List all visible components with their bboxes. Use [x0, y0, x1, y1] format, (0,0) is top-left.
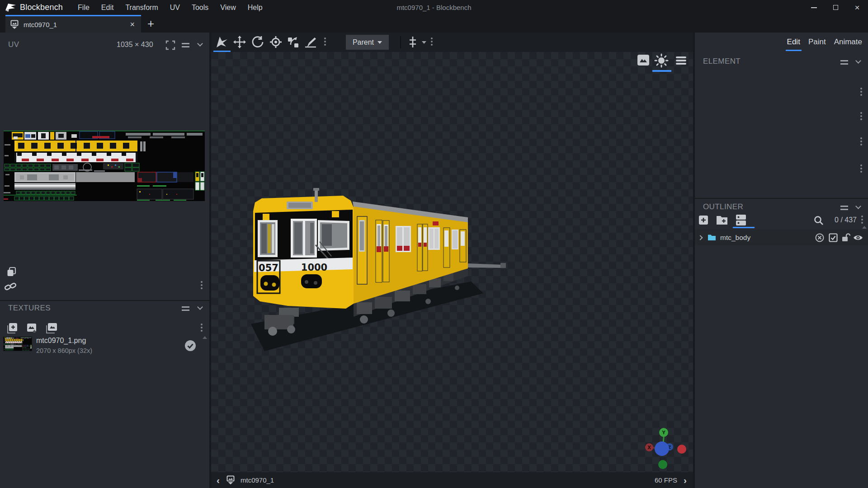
tab-animate[interactable]: Animate — [833, 33, 863, 51]
texture-thumbnail — [4, 337, 32, 351]
element-slider-overflow-icon-3[interactable] — [860, 137, 862, 139]
element-panel-menu-icon[interactable] — [840, 60, 848, 65]
textures-panel-menu-icon[interactable] — [182, 306, 189, 311]
menu-transform[interactable]: Transform — [119, 0, 164, 15]
element-slider-overflow-icon-2[interactable] — [860, 112, 862, 114]
add-group-icon[interactable] — [716, 215, 728, 227]
project-tab[interactable]: mtc0970_1 × — [5, 15, 141, 33]
brush-tool-icon[interactable] — [303, 35, 317, 51]
viewport-canvas[interactable]: 0571000 ZYX — [211, 52, 693, 472]
add-cube-icon[interactable] — [698, 214, 709, 228]
lock-icon[interactable] — [841, 233, 851, 243]
viewport-lighting-icon[interactable] — [654, 53, 669, 70]
copy-uv-icon[interactable] — [6, 267, 17, 279]
panel-divider — [0, 300, 209, 301]
element-slider-overflow-icon-4[interactable] — [860, 164, 862, 166]
status-bar: ‹ mtc0970_1 60 FPS › — [211, 472, 693, 488]
toolbar-overflow-icon[interactable] — [324, 38, 326, 39]
expand-group-icon[interactable] — [698, 235, 703, 240]
status-project-icon — [226, 475, 235, 485]
element-panel-title: ELEMENT — [703, 57, 741, 66]
viewport-texture-mode-icon[interactable] — [637, 54, 650, 68]
fullscreen-icon[interactable] — [165, 40, 175, 52]
visibility-eye-icon[interactable] — [853, 233, 863, 242]
left-panel: UV 1035 × 430 TEXTURES — [0, 33, 209, 488]
textures-panel-title: TEXTURES — [8, 304, 51, 313]
axis-gizmo[interactable]: ZYX — [641, 425, 690, 470]
svg-text:1000: 1000 — [301, 262, 327, 273]
transform-space-value: Parent — [353, 38, 374, 47]
blockbench-logo-icon — [5, 2, 17, 15]
tab-paint[interactable]: Paint — [807, 33, 827, 51]
uv-texture-preview[interactable] — [4, 131, 205, 201]
move-tool-icon[interactable] — [215, 35, 229, 51]
tab-close-icon[interactable]: × — [130, 20, 135, 29]
folder-icon — [708, 234, 716, 241]
element-panel-collapse-icon[interactable] — [855, 58, 861, 64]
toolbar-divider — [400, 36, 401, 48]
minimize-icon — [811, 7, 817, 8]
project-icon — [10, 20, 19, 29]
status-prev-icon[interactable]: ‹ — [217, 475, 220, 486]
group-name: mtc_body — [720, 234, 815, 242]
window-title: mtc0970_1 - Blockbench — [396, 0, 471, 15]
train-model: 0571000 — [211, 52, 693, 472]
outliner-toggle-underline — [733, 227, 755, 228]
uv-panel-collapse-icon[interactable] — [197, 41, 203, 47]
menu-tools[interactable]: Tools — [186, 0, 214, 15]
align-dropdown-arrow-icon[interactable] — [422, 41, 426, 44]
textures-panel-collapse-icon[interactable] — [197, 304, 203, 310]
status-next-icon[interactable]: › — [684, 475, 687, 486]
outliner-scroll-up-icon[interactable] — [862, 226, 867, 229]
texture-list-scroll-up-icon[interactable] — [203, 336, 207, 339]
resize-tool-icon[interactable] — [233, 35, 246, 51]
search-icon[interactable] — [813, 215, 824, 228]
menu-view[interactable]: View — [214, 0, 241, 15]
menu-file[interactable]: File — [72, 0, 95, 15]
textures-overflow-icon[interactable] — [201, 324, 203, 325]
close-window-button[interactable]: × — [846, 0, 868, 15]
svg-text:X: X — [647, 445, 651, 450]
element-slider-overflow-icon-1[interactable] — [860, 88, 862, 89]
app-name: Blockbench — [20, 3, 63, 12]
menu-uv[interactable]: UV — [164, 0, 186, 15]
uv-sliders-overflow-icon[interactable] — [201, 281, 203, 283]
link-uv-icon[interactable] — [5, 282, 17, 294]
maximize-icon — [833, 5, 838, 10]
outliner-group-row[interactable]: mtc_body — [695, 230, 868, 245]
outliner-panel-menu-icon[interactable] — [840, 206, 848, 210]
outliner-count: 0 / 437 — [829, 216, 857, 224]
outliner-view-toggle-icon[interactable] — [735, 214, 747, 228]
main-toolbar: Parent — [211, 33, 693, 52]
right-panel: Edit Paint Animate ELEMENT OUTLINER — [695, 33, 868, 488]
vertex-snap-tool-icon[interactable] — [286, 35, 300, 51]
toggle-export-icon[interactable] — [815, 233, 825, 243]
viewport-mode-underline — [652, 70, 671, 72]
transform-space-dropdown[interactable]: Parent — [346, 35, 389, 50]
tab-label: mtc0970_1 — [24, 21, 130, 28]
tab-bar: mtc0970_1 × + — [0, 15, 868, 33]
align-tool-icon[interactable] — [406, 36, 419, 50]
rotate-tool-icon[interactable] — [251, 35, 264, 51]
titlebar: Blockbench File Edit Transform UV Tools … — [0, 0, 868, 15]
uv-panel-menu-icon[interactable] — [182, 43, 189, 47]
texture-list-item[interactable]: mtc0970_1.png 2070 x 860px (32x) — [0, 334, 209, 356]
texture-selected-check-icon[interactable] — [184, 340, 196, 353]
minimize-button[interactable] — [803, 0, 825, 15]
texture-size: 2070 x 860px (32x) — [36, 347, 92, 354]
mode-tabs: Edit Paint Animate — [786, 33, 863, 51]
new-tab-button[interactable]: + — [147, 15, 154, 32]
outliner-panel-title: OUTLINER — [703, 202, 743, 211]
tab-edit[interactable]: Edit — [786, 33, 802, 51]
menu-help[interactable]: Help — [242, 0, 269, 15]
outliner-overflow-icon[interactable] — [861, 216, 863, 217]
menu-edit[interactable]: Edit — [95, 0, 120, 15]
toggle-autouv-checkbox-icon[interactable] — [828, 233, 838, 243]
pivot-tool-icon[interactable] — [269, 35, 283, 51]
viewport-menu-icon[interactable] — [676, 56, 686, 66]
toolbar-end-overflow-icon[interactable] — [431, 38, 433, 39]
svg-text:Y: Y — [661, 430, 665, 435]
outliner-panel-collapse-icon[interactable] — [855, 203, 861, 209]
texture-name: mtc0970_1.png — [36, 337, 86, 345]
maximize-button[interactable] — [825, 0, 846, 15]
